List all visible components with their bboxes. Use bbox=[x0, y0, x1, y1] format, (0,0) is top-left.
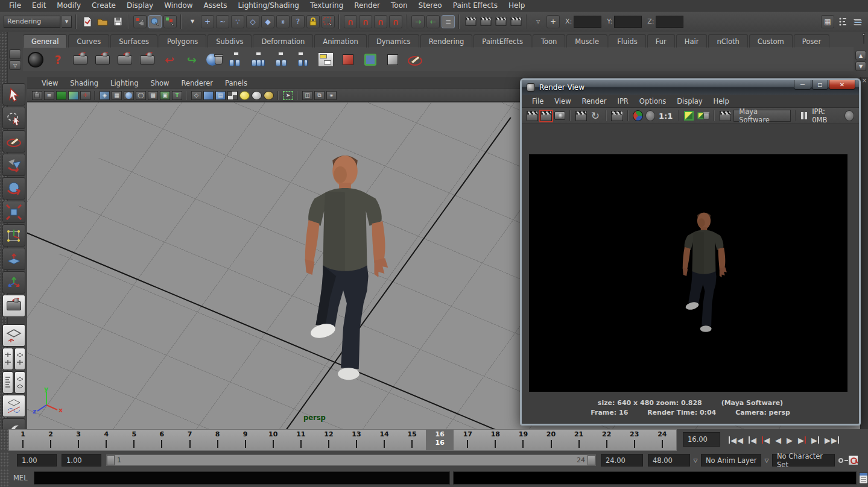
close-button[interactable]: ✕ bbox=[829, 80, 855, 90]
two-d-pan-zoom-icon[interactable]: ✛ bbox=[80, 91, 90, 100]
soft-modification-tool[interactable] bbox=[2, 248, 25, 270]
frame-cell[interactable]: 11 bbox=[287, 430, 315, 450]
current-frame-cell[interactable]: 1616 bbox=[426, 430, 454, 450]
shelf-tab-hair[interactable]: Hair bbox=[676, 34, 708, 48]
hypergraph-up-downstream-icon[interactable] bbox=[272, 51, 290, 69]
character-model[interactable] bbox=[288, 147, 402, 400]
set-key-icon[interactable] bbox=[838, 458, 843, 463]
character-set-field[interactable]: No Character Set bbox=[772, 454, 835, 467]
panel-menu-renderer[interactable]: Renderer bbox=[176, 78, 220, 88]
layout-persp-outliner-button[interactable] bbox=[14, 348, 25, 370]
snap-mode-expander-icon[interactable]: ▼ bbox=[186, 15, 199, 28]
shelf-tab-polygons[interactable]: Polygons bbox=[159, 34, 206, 48]
ipr-render-button[interactable] bbox=[575, 111, 587, 121]
smooth-shade-display-icon[interactable] bbox=[203, 91, 214, 100]
animation-end-field[interactable]: 48.00 bbox=[648, 454, 690, 467]
shelf-tab-fluids[interactable]: Fluids bbox=[609, 34, 646, 48]
plugin-display-icon[interactable]: ⚹ bbox=[326, 91, 337, 100]
layout-four-pane-button[interactable] bbox=[2, 348, 13, 370]
safe-action-icon[interactable]: ▩ bbox=[148, 91, 158, 100]
shelf-tab-muscle[interactable]: Muscle bbox=[566, 34, 607, 48]
panel-menu-lighting[interactable]: Lighting bbox=[104, 78, 144, 88]
menu-set-selector[interactable]: Rendering bbox=[4, 16, 60, 28]
y-coordinate-field[interactable] bbox=[614, 16, 642, 28]
layout-outliner-button[interactable] bbox=[2, 371, 13, 394]
rgb-channels-button[interactable] bbox=[633, 110, 642, 121]
step-forward-frame-button[interactable]: ▶ bbox=[810, 435, 820, 446]
frame-cell[interactable]: 17 bbox=[454, 430, 481, 450]
absolute-transform-icon[interactable]: + bbox=[546, 15, 560, 28]
camera-dolly-icon[interactable] bbox=[93, 51, 112, 69]
default-material-icon[interactable] bbox=[264, 91, 274, 100]
coordinate-expander-icon[interactable]: ▽ bbox=[531, 15, 545, 28]
shelf-tab-surfaces[interactable]: Surfaces bbox=[110, 34, 157, 48]
layout-single-pane-button[interactable] bbox=[2, 324, 25, 347]
toolbar-separator[interactable] bbox=[180, 14, 182, 29]
range-start-handle[interactable] bbox=[107, 455, 115, 465]
shelf-scroll-up-icon[interactable]: ▲ bbox=[855, 51, 866, 60]
save-scene-icon[interactable] bbox=[111, 15, 124, 28]
move-tool[interactable] bbox=[2, 154, 25, 176]
frame-cell[interactable]: 3 bbox=[65, 430, 92, 450]
maximize-button[interactable]: □ bbox=[812, 80, 828, 90]
frame-cell[interactable]: 20 bbox=[537, 430, 565, 450]
camera-select-icon[interactable] bbox=[32, 91, 42, 100]
dock-close-icon[interactable]: × bbox=[862, 77, 867, 84]
snap-magnet-curve-icon[interactable]: ∩ bbox=[359, 15, 372, 28]
render-current-frame-icon[interactable] bbox=[479, 15, 492, 28]
rv-menu-render[interactable]: Render bbox=[577, 96, 612, 107]
shelf-tab-fur[interactable]: Fur bbox=[647, 34, 675, 48]
frame-cell[interactable]: 10 bbox=[259, 430, 287, 450]
toolbar-separator[interactable] bbox=[338, 14, 340, 29]
shelf-scroll-down-icon[interactable]: ▼ bbox=[855, 61, 866, 71]
frame-cell[interactable]: 14 bbox=[370, 430, 398, 450]
rv-menu-ipr[interactable]: IPR bbox=[612, 96, 634, 107]
open-render-view-icon[interactable] bbox=[464, 15, 477, 28]
menu-display[interactable]: Display bbox=[121, 1, 159, 10]
play-backwards-button[interactable]: ◀ bbox=[774, 435, 782, 446]
render-settings-icon[interactable] bbox=[509, 15, 522, 28]
snap-magnet-plane-icon[interactable]: ∩ bbox=[389, 15, 402, 28]
go-to-end-button[interactable]: ▶▶ bbox=[823, 435, 840, 446]
ipr-render-icon[interactable] bbox=[494, 15, 507, 28]
rendered-image[interactable] bbox=[529, 154, 847, 392]
construction-history-icon[interactable]: ≡ bbox=[442, 15, 455, 28]
open-render-settings-button[interactable] bbox=[720, 111, 731, 121]
no-lights-icon[interactable] bbox=[252, 91, 262, 100]
snap-to-view-planes-icon[interactable]: ◇ bbox=[246, 15, 259, 28]
frame-cell[interactable]: 15 bbox=[398, 430, 426, 450]
script-editor-icon[interactable] bbox=[859, 473, 868, 484]
shelf-delete-trash-icon[interactable] bbox=[863, 35, 864, 43]
frame-cell[interactable]: 19 bbox=[509, 430, 537, 450]
menu-file[interactable]: File bbox=[4, 1, 27, 10]
menu-window[interactable]: Window bbox=[159, 1, 198, 10]
film-reel-icon[interactable] bbox=[27, 51, 45, 69]
select-object-mode-icon[interactable] bbox=[148, 15, 162, 28]
shelf-tab-animation[interactable]: Animation bbox=[314, 34, 367, 48]
redo-icon[interactable]: ↪ bbox=[183, 51, 201, 69]
paint-effects-brush-icon[interactable] bbox=[406, 51, 424, 69]
menu-render[interactable]: Render bbox=[349, 1, 385, 10]
character-set-dropdown-icon[interactable]: ▽ bbox=[761, 455, 772, 466]
toolbar-separator[interactable] bbox=[128, 14, 130, 29]
frame-cell[interactable]: 22 bbox=[593, 430, 621, 450]
menu-lighting-shading[interactable]: Lighting/Shading bbox=[233, 1, 305, 10]
range-grip[interactable] bbox=[0, 452, 8, 468]
shelf-tab-painteffects[interactable]: PaintEffects bbox=[474, 34, 531, 48]
shelf-tab-subdivs[interactable]: Subdivs bbox=[207, 34, 252, 48]
safe-action-region-icon[interactable]: ▣ bbox=[160, 91, 170, 100]
panel-menu-view[interactable]: View bbox=[36, 78, 64, 88]
keep-image-button[interactable] bbox=[684, 111, 694, 121]
frame-cell[interactable]: 9 bbox=[232, 430, 259, 450]
camera-track-icon[interactable] bbox=[116, 51, 134, 69]
menu-set-dropdown-icon[interactable]: ▼ bbox=[62, 16, 72, 28]
channel-box-toggle-icon[interactable]: ▦ bbox=[821, 15, 834, 28]
panel-menu-shading[interactable]: Shading bbox=[64, 78, 104, 88]
rv-menu-display[interactable]: Display bbox=[671, 96, 708, 107]
z-coordinate-field[interactable] bbox=[656, 16, 683, 28]
playback-start-field[interactable]: 1.00 bbox=[62, 454, 101, 467]
play-forward-button[interactable]: ▶ bbox=[785, 435, 794, 446]
use-all-lights-icon[interactable] bbox=[227, 91, 238, 100]
duplicate-special-icon[interactable] bbox=[361, 51, 379, 69]
resolution-gate-icon[interactable]: ▦ bbox=[112, 91, 122, 100]
